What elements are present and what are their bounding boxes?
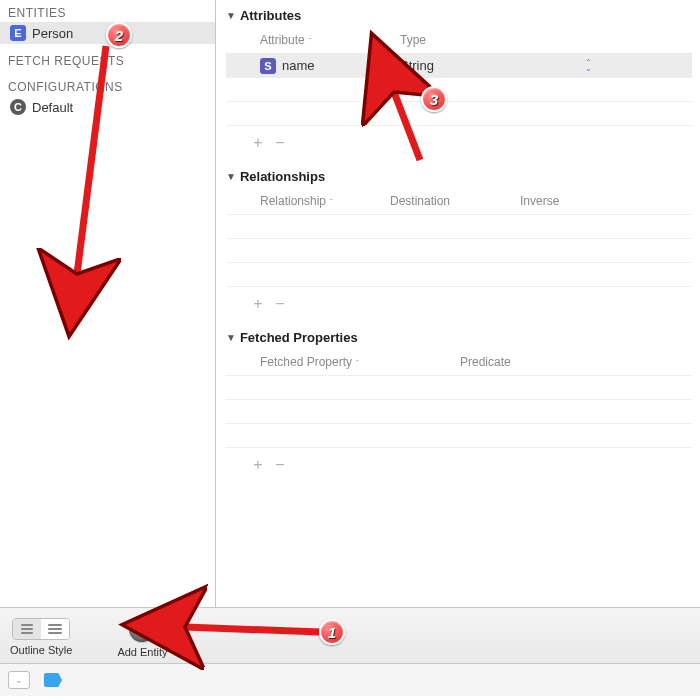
table-row [226,77,692,101]
entity-label: Person [32,26,73,41]
remove-attribute-button[interactable]: − [272,136,288,150]
add-relationship-button[interactable]: + [250,297,266,311]
attributes-section: ▼ Attributes Attribute ˆ Type S name Str… [216,4,700,159]
col-predicate[interactable]: Predicate [460,355,620,369]
annotation-bubble-2: 2 [106,22,132,48]
string-attr-icon: S [260,58,276,74]
remove-relationship-button[interactable]: − [272,297,288,311]
table-row [226,262,692,286]
sort-icon: ˆ [309,36,312,45]
relationships-title: Relationships [240,169,325,184]
disclosure-icon: ▼ [226,171,236,182]
fetched-header[interactable]: ▼ Fetched Properties [226,326,692,351]
outline-style-list-button[interactable] [13,619,41,639]
add-entity-control: + Add Entity [117,616,167,658]
list-icon [21,624,33,634]
add-entity-button[interactable]: + [129,616,155,642]
outline-style-segmented [12,618,70,640]
table-row [226,238,692,262]
plus-icon: + [137,618,148,639]
sort-icon: ˆ [330,197,333,206]
table-row [226,375,692,399]
outline-style-label: Outline Style [10,644,72,656]
chevron-down-icon: ⌄ [15,675,23,685]
type-stepper-icon[interactable]: ⌃⌄ [580,58,596,74]
col-inverse[interactable]: Inverse [520,194,620,208]
sidebar-item-default-config[interactable]: C Default [0,96,215,118]
main-area: ENTITIES E Person FETCH REQUESTS CONFIGU… [0,0,700,608]
annotation-bubble-3: 3 [421,86,447,112]
fetched-columns: Fetched Property ˆ Predicate [226,351,692,375]
col-attribute[interactable]: Attribute ˆ [260,33,400,47]
relationships-footer: + − [226,286,692,320]
annotation-bubble-1: 1 [319,619,345,645]
col-destination[interactable]: Destination [390,194,520,208]
tag-icon[interactable] [44,673,62,687]
sidebar: ENTITIES E Person FETCH REQUESTS CONFIGU… [0,0,216,607]
sidebar-group-entities: ENTITIES [0,2,215,22]
table-row [226,214,692,238]
content-area: ▼ Attributes Attribute ˆ Type S name Str… [216,0,700,607]
attribute-row[interactable]: S name String ⌃⌄ [226,53,692,77]
col-fetched-property[interactable]: Fetched Property ˆ [260,355,460,369]
relationships-section: ▼ Relationships Relationship ˆ Destinati… [216,165,700,320]
attributes-title: Attributes [240,8,301,23]
attributes-columns: Attribute ˆ Type [226,29,692,53]
disclosure-icon: ▼ [226,10,236,21]
footer-bar: ⌄ [0,664,700,696]
fetched-section: ▼ Fetched Properties Fetched Property ˆ … [216,326,700,481]
sidebar-group-fetch: FETCH REQUESTS [0,50,215,70]
attr-type: String [400,58,580,73]
config-icon: C [10,99,26,115]
outline-style-control: Outline Style [10,618,72,656]
sidebar-group-config: CONFIGURATIONS [0,76,215,96]
table-row [226,101,692,125]
add-attribute-button[interactable]: + [250,136,266,150]
col-relationship[interactable]: Relationship ˆ [260,194,390,208]
relationships-columns: Relationship ˆ Destination Inverse [226,190,692,214]
grid-icon [48,624,62,634]
fetched-footer: + − [226,447,692,481]
bottom-toolbar: Outline Style + Add Entity [0,608,700,664]
disclosure-icon: ▼ [226,332,236,343]
outline-style-grid-button[interactable] [41,619,69,639]
footer-dropdown-button[interactable]: ⌄ [8,671,30,689]
add-entity-label: Add Entity [117,646,167,658]
remove-fetched-button[interactable]: − [272,458,288,472]
table-row [226,423,692,447]
attributes-header[interactable]: ▼ Attributes [226,4,692,29]
relationships-header[interactable]: ▼ Relationships [226,165,692,190]
entity-icon: E [10,25,26,41]
table-row [226,399,692,423]
config-label: Default [32,100,73,115]
attributes-footer: + − [226,125,692,159]
fetched-title: Fetched Properties [240,330,358,345]
attr-name: name [282,58,315,73]
add-fetched-button[interactable]: + [250,458,266,472]
col-type[interactable]: Type [400,33,610,47]
sort-icon: ˆ [356,358,359,367]
